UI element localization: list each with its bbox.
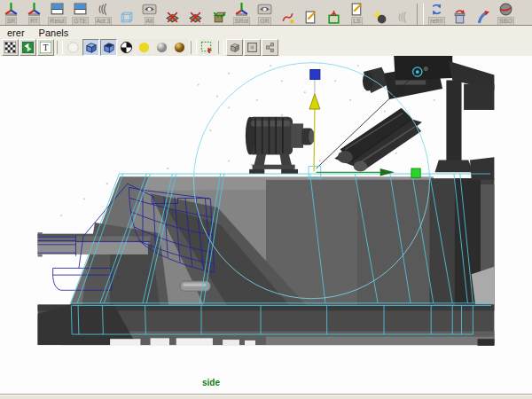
viewport-canvas[interactable]: [0, 56, 532, 394]
axis-tripod-icon: [234, 2, 249, 17]
blue-box-button[interactable]: [100, 39, 117, 56]
refresh-button[interactable]: refr!!: [426, 1, 448, 25]
refresh-icon: [429, 2, 444, 17]
grey-sphere-button[interactable]: [153, 39, 170, 56]
grey-square-button[interactable]: [244, 39, 261, 56]
box-arrows-icon: [211, 10, 226, 25]
plane-cross-icon: [165, 10, 180, 25]
curve-icon: [280, 10, 295, 25]
curve-button[interactable]: [277, 1, 299, 25]
eye-button[interactable]: All: [138, 1, 160, 25]
viewport-label: side: [202, 378, 220, 387]
application-window: SR RT Relut GTE Act 3 All SRot GR LS ref…: [0, 0, 532, 399]
plane-cross-button[interactable]: [161, 1, 184, 25]
box-arrows-button[interactable]: [207, 1, 230, 25]
pencil-page-icon: [349, 2, 364, 17]
grey-sphere-icon: [155, 41, 168, 54]
axis-tripod-button[interactable]: RT: [23, 1, 45, 25]
green-swap-button[interactable]: [20, 39, 36, 56]
plane-cross-button[interactable]: [184, 1, 207, 25]
toolbar-button-label: All: [145, 17, 155, 25]
top-toolbar: SR RT Relut GTE Act 3 All SRot GR LS ref…: [0, 0, 532, 26]
gold-sphere-icon: [173, 41, 186, 54]
grey-share-button[interactable]: [262, 39, 278, 56]
curved-arrow-icon: [475, 10, 490, 25]
sphere-band-button[interactable]: SBO: [495, 1, 517, 25]
sun-sphere-button[interactable]: [369, 1, 391, 25]
eye-icon: [142, 2, 157, 17]
window-bottom-edge: [0, 394, 532, 399]
toolbar-button-label: refr!!: [428, 17, 444, 25]
toolbar-button-label: GTE: [72, 17, 88, 25]
green-vertex-handle[interactable]: [411, 168, 420, 177]
waves-grey-button[interactable]: [392, 1, 414, 25]
sun-sphere-icon: [372, 10, 387, 25]
pattern-sphere-button[interactable]: [118, 39, 135, 56]
toolbar-button-label: RT: [28, 17, 40, 25]
blue-box-icon: [102, 41, 115, 54]
toolbar-separator: [218, 41, 224, 54]
axis-tripod-icon: [27, 2, 42, 17]
toolbar-button-label: SR: [5, 17, 18, 25]
checker-button[interactable]: [2, 39, 19, 56]
viewport-window-icon: [50, 2, 65, 17]
sound-waves-icon: [96, 2, 111, 17]
yellow-dot-icon: [137, 41, 151, 54]
frame-tripod-button[interactable]: [323, 1, 345, 25]
toolbar-button-label: Act 3: [95, 17, 113, 25]
axis-tripod-icon: [4, 2, 19, 17]
menu-item-erer[interactable]: erer: [0, 27, 32, 38]
toolbar-button-label: LS: [351, 17, 363, 25]
viewport-window-icon: [73, 2, 88, 17]
blue-cube-button[interactable]: [82, 39, 99, 56]
sound-waves-button[interactable]: Act 3: [92, 1, 114, 25]
plane-cross-icon: [188, 10, 203, 25]
circle-faded-button[interactable]: [65, 39, 82, 56]
toolbar-button-label: SRot: [233, 17, 251, 25]
toolbar-button-label: Relut: [48, 17, 66, 25]
menu-bar: ererPanels: [0, 26, 532, 39]
menu-item-panels[interactable]: Panels: [32, 27, 76, 38]
frame-tripod-icon: [326, 10, 341, 25]
toolbar-separator: [191, 41, 197, 54]
grey-cube-button[interactable]: [226, 39, 243, 56]
letter-t-button[interactable]: T: [37, 39, 54, 56]
reference-image: [38, 56, 495, 346]
axis-tripod-button[interactable]: SR: [0, 1, 22, 25]
waves-grey-icon: [395, 10, 411, 25]
trash-arrow-button[interactable]: [449, 1, 471, 25]
viewport-window-button[interactable]: Relut: [46, 1, 68, 25]
pencil-page-button[interactable]: [300, 1, 322, 25]
green-swap-icon: [22, 42, 34, 53]
blue-cube-icon: [84, 41, 98, 54]
grey-cube-icon: [229, 42, 240, 53]
region-select-icon: [200, 41, 214, 54]
yellow-dot-button[interactable]: [136, 39, 153, 56]
pencil-page-button[interactable]: LS: [346, 1, 368, 25]
viewport-side[interactable]: side: [0, 56, 532, 394]
toolbar-button-label: SBO: [497, 17, 514, 25]
toolbar-separator: [417, 4, 424, 25]
checker-icon: [4, 42, 16, 53]
circle-faded-icon: [66, 41, 80, 54]
eye-button[interactable]: GR: [254, 1, 276, 25]
grey-share-icon: [264, 42, 276, 53]
pattern-sphere-icon: [120, 41, 133, 54]
toolbar-separator: [57, 41, 63, 54]
wire-cage-icon: [119, 10, 134, 25]
eye-icon: [257, 2, 272, 17]
viewport-window-button[interactable]: GTE: [69, 1, 91, 25]
letter-t-icon: T: [40, 42, 51, 53]
axis-tripod-button[interactable]: SRot: [231, 1, 253, 25]
region-select-button[interactable]: [199, 39, 215, 56]
y-axis-line[interactable]: [314, 108, 315, 171]
gold-sphere-button[interactable]: [171, 39, 188, 56]
svg-text:T: T: [43, 43, 49, 52]
wire-cage-button[interactable]: [115, 1, 137, 25]
toolbar-button-label: GR: [258, 17, 271, 25]
pencil-page-icon: [303, 10, 318, 25]
lower-toolbar: T: [0, 39, 532, 56]
blue-vertex-handle[interactable]: [310, 69, 320, 79]
trash-arrow-icon: [452, 10, 467, 25]
curved-arrow-button[interactable]: [472, 1, 494, 25]
